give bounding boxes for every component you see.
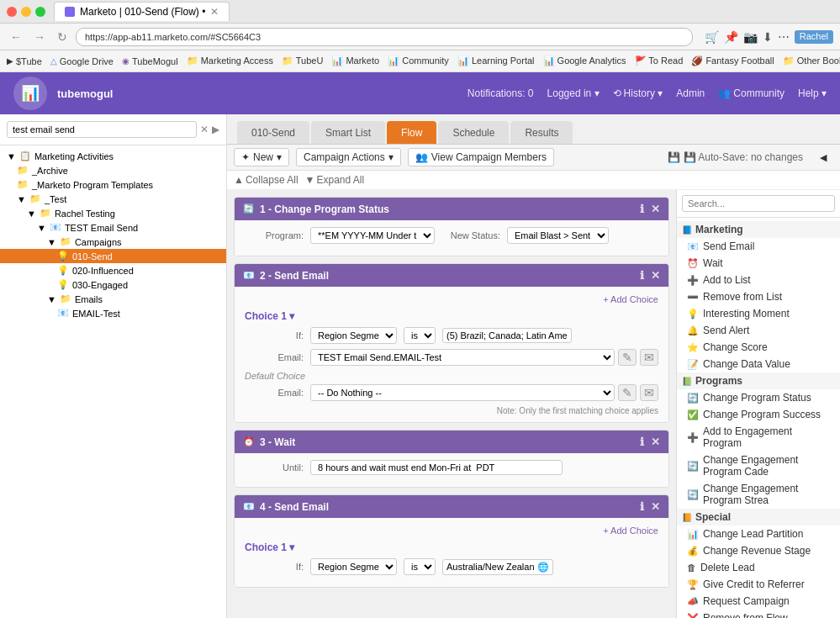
step-4-choice-1-header[interactable]: Choice 1 ▾ (245, 541, 658, 553)
default-email-select[interactable]: -- Do Nothing -- (310, 384, 615, 401)
choice-1-header[interactable]: Choice 1 ▾ (245, 310, 658, 322)
sidebar-item-marketing-activities[interactable]: ▼ 📋 Marketing Activities (0, 149, 226, 163)
forward-btn[interactable]: → (30, 29, 49, 45)
rp-item-delete-lead[interactable]: 🗑 Delete Lead (677, 559, 840, 576)
ext-icon-2[interactable]: 📌 (724, 30, 738, 44)
right-panel-search-input[interactable] (682, 195, 835, 212)
bookmark-marketingaccess[interactable]: 📁 Marketing Access (187, 55, 273, 66)
rp-item-give-credit-to-referrer[interactable]: 🏆 Give Credit to Referrer (677, 576, 840, 593)
expand-all-btn[interactable]: ▼ Expand All (305, 174, 365, 186)
step-3-close-btn[interactable]: ✕ (651, 436, 660, 448)
choice-1-is-select[interactable]: is (404, 327, 436, 344)
step-3-until-input[interactable] (310, 460, 563, 475)
step-1-program-select[interactable]: **EM YYYY-MM Under t (310, 227, 435, 244)
sidebar-clear-btn[interactable]: ✕ (200, 124, 209, 135)
sidebar-item-archive[interactable]: 📁 _Archive (0, 163, 226, 177)
step-4-add-choice-btn[interactable]: + Add Choice (603, 526, 658, 536)
step-4-info-btn[interactable]: ℹ (640, 500, 644, 513)
campaign-actions-btn[interactable]: Campaign Actions ▾ (296, 148, 401, 166)
step-4-is-select[interactable]: is (404, 558, 436, 575)
rp-section-marketing[interactable]: 📘 Marketing (677, 221, 840, 238)
bookmark-gtube[interactable]: ▶ $Tube (7, 56, 42, 66)
bookmark-otherbookmarks[interactable]: 📁 Other Bookmarks (783, 55, 840, 66)
rp-item-send-alert[interactable]: 🔔 Send Alert (677, 322, 840, 339)
step-3-info-btn[interactable]: ℹ (640, 436, 644, 448)
browser-tab[interactable]: Marketo | 010-Send (Flow) • ✕ (54, 2, 230, 21)
tab-close-btn[interactable]: ✕ (210, 6, 219, 18)
logged-in-btn[interactable]: Logged in ▾ (547, 87, 600, 99)
rp-item-wait[interactable]: ⏰ Wait (677, 255, 840, 272)
bookmark-googleanalytics[interactable]: 📊 Google Analytics (543, 55, 626, 66)
sidebar-item-020-influenced[interactable]: 💡 020-Influenced (0, 263, 226, 277)
sidebar-item-030-engaged[interactable]: 💡 030-Engaged (0, 277, 226, 292)
ext-icon-5[interactable]: ⋯ (778, 30, 790, 44)
sidebar-item-marketo-templates[interactable]: 📁 _Marketo Program Templates (0, 177, 226, 192)
rp-item-change-engagement-cade[interactable]: 🔄 Change Engagement Program Cade (677, 452, 840, 480)
rp-item-add-to-engagement[interactable]: ➕ Add to Engagement Program (677, 423, 840, 452)
admin-btn[interactable]: Admin (676, 87, 705, 99)
choice-1-email-select[interactable]: TEST Email Send.EMAIL-Test (310, 349, 615, 366)
maximize-window-btn[interactable] (35, 7, 45, 17)
rp-item-change-engagement-strea[interactable]: 🔄 Change Engagement Program Strea (677, 480, 840, 509)
rp-item-send-email[interactable]: 📧 Send Email (677, 238, 840, 255)
step-2-close-btn[interactable]: ✕ (651, 269, 660, 282)
choice-1-edit-email-btn[interactable]: ✎ (618, 349, 637, 366)
bookmark-learningportal[interactable]: 📊 Learning Portal (457, 55, 535, 66)
sidebar-item-test[interactable]: ▼ 📁 _Test (0, 192, 226, 206)
rp-item-interesting-moment[interactable]: 💡 Interesting Moment (677, 305, 840, 322)
notifications-btn[interactable]: Notifications: 0 (468, 87, 534, 99)
rp-item-request-campaign[interactable]: 📣 Request Campaign (677, 593, 840, 610)
tab-flow[interactable]: Flow (387, 121, 436, 144)
bookmark-googledrive[interactable]: △ Google Drive (50, 56, 114, 66)
bookmark-fantasyfootball[interactable]: 🏈 Fantasy Football (691, 55, 774, 66)
collapse-all-btn[interactable]: ▲ Collapse All (234, 174, 298, 186)
address-bar[interactable]: https://app-ab11.marketo.com/#SC5664C3 (76, 28, 693, 46)
user-profile-btn[interactable]: Rachel (795, 30, 833, 44)
view-campaign-members-btn[interactable]: 👥 View Campaign Members (408, 148, 554, 166)
rp-item-change-data-value[interactable]: 📝 Change Data Value (677, 356, 840, 372)
bookmark-marketo[interactable]: 📊 Marketo (331, 55, 379, 66)
tab-smart-list[interactable]: Smart List (311, 121, 385, 144)
minimize-panel-btn[interactable]: ◀ (813, 150, 833, 166)
step-4-close-btn[interactable]: ✕ (651, 500, 660, 513)
back-btn[interactable]: ← (7, 29, 25, 45)
new-btn[interactable]: ✦ New ▾ (234, 148, 289, 166)
community-btn[interactable]: 👥 Community (718, 87, 785, 99)
sidebar-item-rachel-testing[interactable]: ▼ 📁 Rachel Testing (0, 206, 226, 220)
ext-icon-4[interactable]: ⬇ (763, 30, 773, 44)
step-2-info-btn[interactable]: ℹ (640, 269, 644, 282)
step-1-info-btn[interactable]: ℹ (640, 203, 644, 215)
sidebar-item-test-email-send[interactable]: ▼ 📧 TEST Email Send (0, 220, 226, 235)
refresh-btn[interactable]: ↻ (54, 29, 71, 45)
add-choice-btn[interactable]: + Add Choice (603, 294, 658, 304)
sidebar-item-010-send[interactable]: 💡 010-Send (0, 249, 226, 263)
tab-010-send[interactable]: 010-Send (237, 121, 309, 144)
tab-schedule[interactable]: Schedule (438, 121, 509, 144)
sidebar-item-emails[interactable]: ▼ 📁 Emails (0, 292, 226, 306)
ext-icon-1[interactable]: 🛒 (705, 30, 719, 44)
step-4-segment-select[interactable]: Region Segme (310, 558, 397, 575)
bookmark-tubeu[interactable]: 📁 TubeU (282, 55, 323, 66)
help-btn[interactable]: Help ▾ (798, 87, 827, 99)
default-edit-email-btn[interactable]: ✎ (618, 384, 637, 401)
step-1-close-btn[interactable]: ✕ (651, 203, 660, 215)
rp-item-change-lead-partition[interactable]: 📊 Change Lead Partition (677, 526, 840, 542)
rp-item-add-to-list[interactable]: ➕ Add to List (677, 272, 840, 288)
history-btn[interactable]: ⟲ History ▾ (613, 87, 663, 99)
rp-item-change-score[interactable]: ⭐ Change Score (677, 339, 840, 356)
bookmark-toread[interactable]: 🚩 To Read (635, 55, 684, 66)
sidebar-search-input[interactable] (7, 121, 197, 138)
choice-1-send-test-btn[interactable]: ✉ (640, 349, 658, 366)
rp-item-remove-from-flow[interactable]: ❌ Remove from Flow (677, 610, 840, 618)
rp-section-programs[interactable]: 📗 Programs (677, 372, 840, 389)
tab-results[interactable]: Results (510, 121, 573, 144)
minimize-window-btn[interactable] (21, 7, 31, 17)
rp-item-remove-from-list[interactable]: ➖ Remove from List (677, 288, 840, 305)
step-1-status-select[interactable]: Email Blast > Sent (507, 227, 609, 244)
choice-1-segment-select[interactable]: Region Segme (310, 327, 397, 344)
sidebar-item-email-test[interactable]: 📧 EMAIL-Test (0, 306, 226, 320)
rp-item-change-program-status[interactable]: 🔄 Change Program Status (677, 389, 840, 406)
close-window-btn[interactable] (7, 7, 17, 17)
sidebar-search-btn[interactable]: ▶ (212, 124, 219, 135)
sidebar-item-campaigns[interactable]: ▼ 📁 Campaigns (0, 235, 226, 249)
